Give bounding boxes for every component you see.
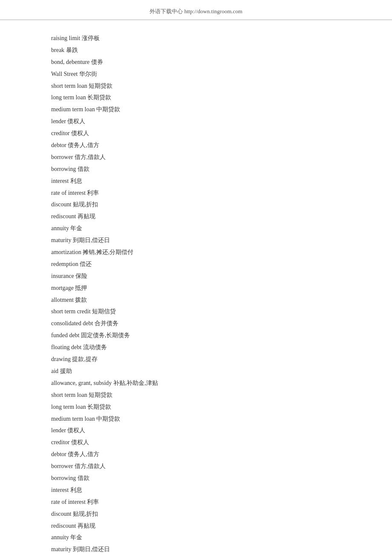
list-item: discount 贴现,折扣 (51, 199, 341, 210)
list-item: interest 利息 (51, 176, 341, 187)
list-item: allowance, grant, subsidy 补贴,补助金,津贴 (51, 378, 341, 389)
list-item: allotment 拨款 (51, 295, 341, 306)
list-item: rediscount 再贴现 (51, 520, 341, 532)
list-item: consolidated debt 合并债务 (51, 318, 341, 329)
list-item: amortization 摊销,摊还,分期偿付 (51, 247, 341, 258)
list-item: short term credit 短期信贷 (51, 306, 341, 317)
list-item: interest 利息 (51, 485, 341, 496)
list-item: lender 债权人 (51, 425, 341, 436)
list-item: borrower 借方,借款人 (51, 152, 341, 163)
list-item: rediscount 再贴现 (51, 211, 341, 222)
list-item: short term loan 短期贷款 (51, 81, 341, 92)
list-item: funded debt 固定债务,长期债务 (51, 330, 341, 341)
list-item: drawing 提款,提存 (51, 354, 341, 365)
list-item: debtor 债务人,借方 (51, 140, 341, 151)
list-item: debtor 债务人,借方 (51, 449, 341, 460)
header: 外语下载中心 http://down.tingroom.com (0, 0, 392, 20)
list-item: redemption 偿还 (51, 259, 341, 270)
list-item: discount 贴现,折扣 (51, 509, 341, 520)
list-item: annuity 年金 (51, 532, 341, 543)
list-item: medium term loan 中期贷款 (51, 104, 341, 115)
list-item: creditor 债权人 (51, 437, 341, 448)
list-item: floating debt 流动债务 (51, 342, 341, 353)
list-item: maturity 到期日,偿还日 (51, 235, 341, 246)
header-text: 外语下载中心 http://down.tingroom.com (150, 8, 242, 14)
list-item: bond, debenture 债券 (51, 57, 341, 68)
list-item: medium term loan 中期贷款 (51, 413, 341, 425)
list-item: rate of interest 利率 (51, 497, 341, 508)
list-item: borrower 借方,借款人 (51, 461, 341, 472)
list-item: borrowing 借款 (51, 473, 341, 484)
list-item: insurance 保险 (51, 271, 341, 282)
list-item: short term loan 短期贷款 (51, 390, 341, 401)
list-item: lender 债权人 (51, 116, 341, 127)
list-item: long term loan 长期贷款 (51, 92, 341, 103)
list-item: annuity 年金 (51, 223, 341, 234)
list-item: creditor 债权人 (51, 128, 341, 139)
list-item: break 暴跌 (51, 45, 341, 56)
list-item: Wall Street 华尔街 (51, 69, 341, 80)
list-item: mortgage 抵押 (51, 283, 341, 294)
list-item: rate of interest 利率 (51, 188, 341, 199)
main-content: raising limit 涨停板break 暴跌bond, debenture… (0, 20, 392, 555)
list-item: borrowing 借款 (51, 164, 341, 175)
list-item: raising limit 涨停板 (51, 33, 341, 44)
list-item: maturity 到期日,偿还日 (51, 544, 341, 555)
list-item: long term loan 长期贷款 (51, 402, 341, 413)
list-item: aid 援助 (51, 366, 341, 377)
